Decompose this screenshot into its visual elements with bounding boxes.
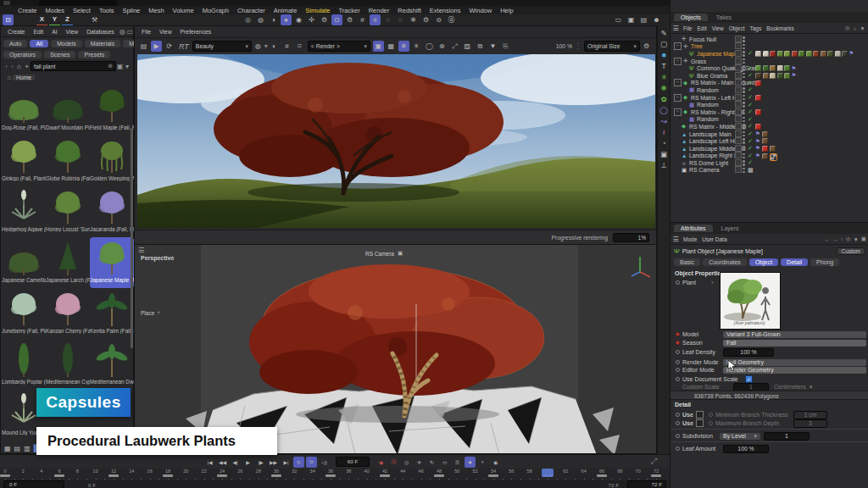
enabled-check-icon[interactable]: ✓: [748, 72, 753, 79]
enabled-check-icon[interactable]: ✓: [748, 50, 753, 57]
object-row-blue-grama[interactable]: ΨBlue Grama✓⚑: [670, 72, 868, 80]
fracture-icon[interactable]: ❋: [660, 84, 666, 92]
section-tab-phong[interactable]: Phong: [810, 258, 839, 266]
enabled-check-icon[interactable]: ✓: [748, 130, 753, 137]
visibility-dots[interactable]: [743, 160, 745, 166]
globe-icon[interactable]: ◍: [119, 28, 126, 36]
plant-card[interactable]: Mediterranean Dwarf ...: [90, 339, 134, 390]
section-tab-detail[interactable]: Detail: [781, 258, 808, 266]
axis-lock-x[interactable]: X: [36, 14, 47, 26]
material-tag[interactable]: [762, 131, 768, 137]
loop-icon[interactable]: ↻: [293, 457, 304, 468]
rv-menu-view[interactable]: View: [155, 29, 176, 35]
object-name[interactable]: RS Camera: [689, 167, 720, 173]
plant-card[interactable]: Juneberry (Fall, Plant): [2, 288, 46, 339]
visibility-dots[interactable]: [743, 44, 745, 50]
back-icon[interactable]: ‹: [3, 63, 9, 70]
material-tag[interactable]: [762, 146, 768, 152]
clear-search-icon[interactable]: ⊗: [108, 63, 113, 69]
breadcrumb[interactable]: Home: [13, 75, 35, 80]
visibility-dots[interactable]: [743, 58, 745, 64]
material-tag[interactable]: [842, 51, 848, 57]
key-circle[interactable]: [676, 280, 680, 285]
visibility-dots[interactable]: [743, 80, 745, 86]
object-name[interactable]: RS Matrix - Left Hill: [691, 95, 741, 101]
annotate-icon[interactable]: ⓐ: [446, 14, 457, 25]
detail-view-icon[interactable]: ▥: [24, 445, 31, 452]
object-name[interactable]: Landscape Right Hill: [689, 152, 742, 158]
size-dropdown[interactable]: Original Size ▾: [584, 41, 640, 52]
keyed-circle[interactable]: [676, 332, 680, 336]
plant-card[interactable]: Mediterranean Cypres...: [46, 339, 90, 390]
visibility-dots[interactable]: [743, 36, 745, 42]
filter-tab-auto[interactable]: Auto: [3, 40, 27, 47]
ab-menu-ai[interactable]: AI: [47, 29, 61, 35]
material-tag[interactable]: [798, 51, 804, 57]
field-icon[interactable]: ◯: [659, 106, 668, 114]
object-row-random[interactable]: ▦Random✓: [670, 116, 868, 124]
object-name[interactable]: Blue Grama: [697, 73, 727, 79]
object-row-grass[interactable]: −✛Grass: [670, 58, 868, 65]
filter-tab-all[interactable]: All: [30, 40, 48, 47]
motion-a-icon[interactable]: ◐: [477, 457, 488, 468]
menu-redshift[interactable]: Redshift: [393, 7, 426, 14]
rigidbody-icon[interactable]: ●: [281, 14, 292, 25]
custom-button[interactable]: Custom: [837, 247, 865, 255]
dropdown-icon[interactable]: ▾: [124, 63, 131, 70]
tag-flag-icon[interactable]: ⚑: [755, 145, 760, 152]
plant-card[interactable]: Dog-Rose (Fall, Plant): [2, 85, 46, 136]
rv-menu-preferences[interactable]: Preferences: [176, 29, 216, 35]
prev-key-icon[interactable]: ◀◀: [217, 457, 228, 468]
camera-active-icon[interactable]: ▩: [748, 167, 754, 174]
panel-menu-icon[interactable]: ☰: [670, 236, 681, 243]
monitor-icon[interactable]: ▭: [126, 28, 134, 36]
search-icon[interactable]: ◎: [843, 25, 851, 31]
object-row-rs-camera[interactable]: ▣RS Camera▩: [670, 167, 868, 175]
range-end-field[interactable]: 72 F: [627, 480, 666, 488]
tag-flag-icon[interactable]: ⚑: [755, 152, 760, 159]
material-tag[interactable]: [806, 51, 812, 57]
section-tab-basic[interactable]: Basic: [674, 258, 700, 266]
cloner-icon[interactable]: ✳: [660, 73, 666, 81]
dim-b-icon[interactable]: ◌: [395, 14, 406, 25]
viewport-camera-label[interactable]: RS Camera ▣: [365, 250, 403, 257]
object-name[interactable]: RS Matrix - Main Ground: [691, 80, 754, 86]
enabled-check-icon[interactable]: ✓: [748, 138, 753, 145]
motion-b-icon[interactable]: ◉: [490, 457, 501, 468]
expand-toggle[interactable]: −: [674, 42, 682, 50]
plant-card[interactable]: Dwarf Mountain Pine (...: [46, 85, 90, 136]
filter-tab-materials[interactable]: Materials: [85, 40, 120, 47]
editor-mode-value[interactable]: Render Geometry: [723, 367, 866, 374]
magnet-icon[interactable]: Ω: [331, 14, 342, 25]
menu-spline[interactable]: Spline: [118, 7, 144, 14]
lock-icon[interactable]: ▣: [861, 236, 866, 242]
layers-icon[interactable]: ⧉: [475, 41, 486, 52]
material-tag[interactable]: [755, 65, 761, 71]
character-settings-icon[interactable]: ⚙: [319, 14, 330, 25]
search-input[interactable]: fall plant ⊗: [31, 61, 116, 71]
object-row-tree[interactable]: −✛Tree: [670, 43, 868, 51]
ab-menu-create[interactable]: Create: [3, 29, 29, 35]
viewport[interactable]: ☰ Perspective RS Camera ▣ Place ⌖: [134, 244, 657, 454]
key-position-icon[interactable]: ✛: [414, 457, 425, 468]
visibility-dots[interactable]: [743, 131, 745, 137]
material-tag[interactable]: [762, 153, 768, 159]
render-picture-viewer-icon[interactable]: ▣: [626, 14, 637, 25]
key-circle[interactable]: [676, 350, 680, 354]
render-mode-value[interactable]: Full Geometry: [723, 359, 866, 366]
ab-menu-edit[interactable]: Edit: [29, 29, 47, 35]
material-tag[interactable]: [827, 51, 833, 57]
subdivision-mode-dropdown[interactable]: By Level ▾: [720, 433, 760, 440]
back-icon[interactable]: ←: [824, 236, 830, 242]
list-view-icon[interactable]: ▤: [14, 445, 21, 452]
material-tag[interactable]: [792, 51, 798, 57]
lock-icon[interactable]: ▣: [116, 63, 124, 70]
menu-tracker[interactable]: Tracker: [335, 7, 364, 14]
render-view-icon[interactable]: ▭: [613, 14, 624, 25]
object-name[interactable]: Japanese Maple: [697, 51, 739, 57]
object-row-rs-matrix-left-hill[interactable]: −◆RS Matrix - Left Hill✓: [670, 94, 868, 102]
plant-card[interactable]: Kanzan Cherry (Fall, Pl...: [46, 288, 90, 339]
zoom-level[interactable]: 100 %: [556, 43, 572, 49]
section-tab-object[interactable]: Object: [749, 258, 778, 266]
viewport-menu-icon[interactable]: ☰: [138, 247, 144, 254]
